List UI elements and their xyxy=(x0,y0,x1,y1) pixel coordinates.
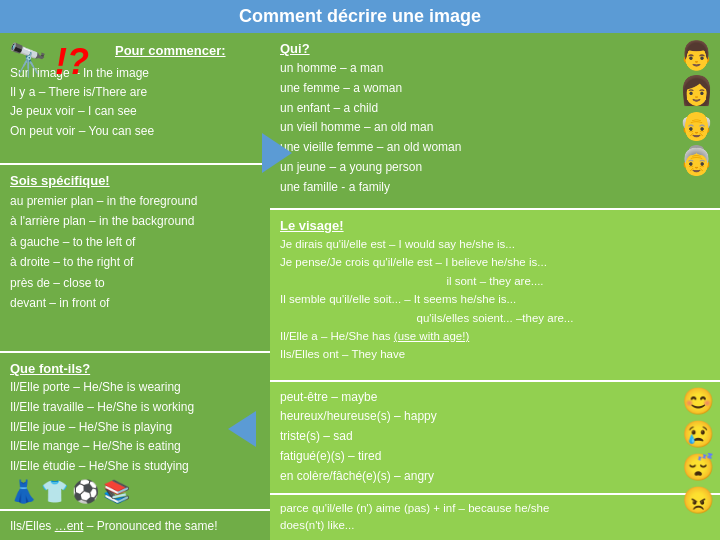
peut-etre-block: peut-être – maybe heureux/heureuse(s) – … xyxy=(270,380,720,493)
list-item: Ils/Elles ont – They have xyxy=(280,345,710,363)
list-item: une famille - a family xyxy=(280,178,625,198)
list-item: près de – close to xyxy=(10,273,260,293)
list-item: un homme – a man xyxy=(280,59,625,79)
list-item: un vieil homme – an old man xyxy=(280,118,625,138)
peut-etre-lines: peut-être – maybe heureux/heureuse(s) – … xyxy=(280,388,620,487)
tired-emoji-icon: 😴 xyxy=(682,452,714,483)
list-item: Il/Elle mange – He/She is eating xyxy=(10,437,260,457)
list-item: fatigué(e)(s) – tired xyxy=(280,447,620,467)
sois-specifique-title: Sois spécifique! xyxy=(10,173,260,188)
visage-title: Le visage! xyxy=(280,218,710,233)
list-item: Il semble qu'il/elle soit... – It seems … xyxy=(280,290,710,308)
qui-block: Qui? un homme – a man une femme – a woma… xyxy=(270,33,720,208)
page-wrapper: Comment décrire une image 🔭 !? Pour comm… xyxy=(0,0,720,540)
list-item: un enfant – a child xyxy=(280,99,625,119)
list-item: Il/Elle travaille – He/She is working xyxy=(10,398,260,418)
list-item: peut-être – maybe xyxy=(280,388,620,408)
list-item: Il/Elle étudie – He/She is studying xyxy=(10,457,260,477)
angry-emoji-icon: 😠 xyxy=(682,485,714,516)
list-item: au premier plan – in the foreground xyxy=(10,191,260,211)
que-font-ils-lines: Il/Elle porte – He/She is wearing Il/Ell… xyxy=(10,378,260,477)
soccer-icon: ⚽ xyxy=(72,479,99,505)
visage-block: Le visage! Je dirais qu'il/elle est – I … xyxy=(270,208,720,380)
dress-icon: 👗 xyxy=(10,479,37,505)
family-man-icon: 👨 xyxy=(679,39,714,72)
old-woman-icon: 👵 xyxy=(679,144,714,177)
list-item: Il/Elle porte – He/She is wearing xyxy=(10,378,260,398)
ils-elles-block: Ils/Elles …ent – Ils/Elles …ent – Pronou… xyxy=(0,509,270,540)
happy-emoji-icon: 😊 xyxy=(682,386,714,417)
parce-lines: parce qu'il/elle (n') aime (pas) + inf –… xyxy=(280,500,710,535)
right-arrow-decoration xyxy=(262,133,292,177)
binoculars-icon: 🔭 xyxy=(8,41,48,79)
list-item: Il/Elle a – He/She has (use with age!) xyxy=(280,327,710,345)
list-item: Je dirais qu'il/elle est – I would say h… xyxy=(280,235,710,253)
list-item: parce qu'il/elle (n') aime (pas) + inf –… xyxy=(280,500,710,517)
qui-lines: un homme – a man une femme – a woman un … xyxy=(280,59,625,198)
ils-elles-text: Ils/Elles …ent – Ils/Elles …ent – Pronou… xyxy=(10,519,217,533)
pour-commencer-block: 🔭 !? Pour commencer: Sur l'image – In th… xyxy=(0,33,270,163)
feelings-emoji: 😊 😢 😴 😠 xyxy=(682,386,714,516)
exclamation-icon: !? xyxy=(55,41,89,83)
list-item: Il/Elle joue – He/She is playing xyxy=(10,418,260,438)
parce-block: parce qu'il/elle (n') aime (pas) + inf –… xyxy=(270,493,720,541)
list-item: On peut voir – You can see xyxy=(10,122,260,141)
page-title: Comment décrire une image xyxy=(239,6,481,26)
list-item: à l'arrière plan – in the background xyxy=(10,211,260,231)
books-icon: 📚 xyxy=(103,479,130,505)
list-item: à droite – to the right of xyxy=(10,252,260,272)
list-item: à gauche – to the left of xyxy=(10,232,260,252)
list-item: il sont – they are.... xyxy=(280,272,710,290)
list-item: en colère/fâché(e)(s) – angry xyxy=(280,467,620,487)
people-emoji-faces: 👨 👩 👴 👵 xyxy=(679,39,714,177)
list-item: une vieille femme – an old woman xyxy=(280,138,625,158)
sois-specifique-block: Sois spécifique! au premier plan – in th… xyxy=(0,163,270,351)
left-arrow-decoration xyxy=(228,411,256,451)
list-item: un jeune – a young person xyxy=(280,158,625,178)
list-item: Je pense/Je crois qu'il/elle est – I bel… xyxy=(280,253,710,271)
sois-specifique-lines: au premier plan – in the foreground à l'… xyxy=(10,191,260,313)
old-man-icon: 👴 xyxy=(679,109,714,142)
sad-emoji-icon: 😢 xyxy=(682,419,714,450)
list-item: qu'ils/elles soient... –they are... xyxy=(280,309,710,327)
family-woman-icon: 👩 xyxy=(679,74,714,107)
left-column: 🔭 !? Pour commencer: Sur l'image – In th… xyxy=(0,33,270,540)
list-item: Je peux voir – I can see xyxy=(10,102,260,121)
list-item: triste(s) – sad xyxy=(280,427,620,447)
list-item: devant – in front of xyxy=(10,293,260,313)
list-item: Il y a – There is/There are xyxy=(10,83,260,102)
title-bar: Comment décrire une image xyxy=(0,0,720,33)
que-font-ils-title: Que font-ils? xyxy=(10,361,260,376)
list-item: heureux/heureuse(s) – happy xyxy=(280,407,620,427)
tshirt-icon: 👕 xyxy=(41,479,68,505)
qui-title: Qui? xyxy=(280,41,710,56)
visage-lines: Je dirais qu'il/elle est – I would say h… xyxy=(280,235,710,364)
list-item: does(n't) like... xyxy=(280,517,710,534)
main-content: 🔭 !? Pour commencer: Sur l'image – In th… xyxy=(0,33,720,540)
right-column: Qui? un homme – a man une femme – a woma… xyxy=(270,33,720,540)
activity-emoji-row: 👗 👕 ⚽ 📚 xyxy=(10,479,260,505)
list-item: une femme – a woman xyxy=(280,79,625,99)
pour-commencer-title: Pour commencer: xyxy=(115,43,260,58)
